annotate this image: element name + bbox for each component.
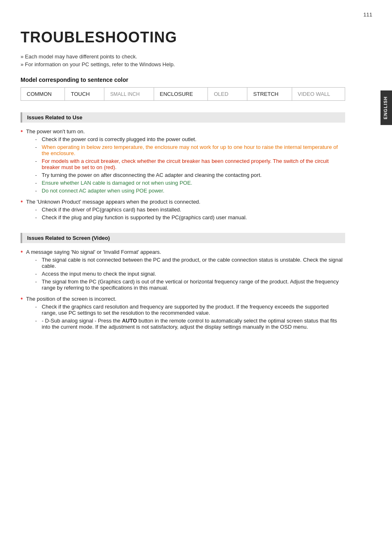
model-col-oled: OLED <box>208 88 247 101</box>
bullet-text: The 'Unknown Product' message appears wh… <box>26 199 345 223</box>
sub-list: Check if the graphics card resolution an… <box>35 304 345 330</box>
sub-item: Check if the power cord is correctly plu… <box>35 136 345 142</box>
section-use-header: Issues Related to Use <box>21 112 345 123</box>
sub-list: Check if the power cord is correctly plu… <box>35 136 345 194</box>
sub-list: The signal cable is not connected betwee… <box>35 257 345 291</box>
bullet-item: • A message saying 'No signal' or 'Inval… <box>21 249 345 293</box>
model-section-title: Model corresponding to sentence color <box>21 77 345 83</box>
page-number: 111 <box>363 12 372 18</box>
main-content: TROUBLESHOOTING Each model may have diff… <box>0 0 370 359</box>
model-col-stretch: STRETCH <box>247 88 292 101</box>
sub-list: Check if the driver of PC(graphics card)… <box>35 207 345 220</box>
intro-item: For information on your PC settings, ref… <box>21 61 345 67</box>
bullet-text: The position of the screen is incorrect.… <box>26 296 345 332</box>
sub-item: For models with a circuit breaker, check… <box>35 158 345 170</box>
section-screen-header: Issues Related to Screen (Video) <box>21 233 345 243</box>
bullet-text: A message saying 'No signal' or 'Invalid… <box>26 249 345 293</box>
sub-item: The signal from the PC (Graphics card) i… <box>35 278 345 291</box>
bullet-text: The power won't turn on. Check if the po… <box>26 128 345 196</box>
section-screen: Issues Related to Screen (Video) • A mes… <box>21 233 345 332</box>
model-col-small: SMALL INCH <box>104 88 154 101</box>
sub-item: Access the input menu to check the input… <box>35 271 345 277</box>
bullet-item: • The power won't turn on. Check if the … <box>21 128 345 196</box>
sub-item: Check if the driver of PC(graphics card)… <box>35 207 345 213</box>
intro-list: Each model may have different points to … <box>21 53 345 67</box>
bullet-dot: • <box>21 248 23 255</box>
model-table: COMMON TOUCH SMALL INCH ENCLOSURE OLED S… <box>21 87 345 101</box>
sub-item-auto: - D-Sub analog signal - Press the AUTO b… <box>35 318 345 330</box>
model-col-touch: TOUCH <box>65 88 104 101</box>
model-col-enclosure: ENCLOSURE <box>154 88 208 101</box>
sub-item: Check if the plug and play function is s… <box>35 214 345 220</box>
bullet-dot: • <box>21 295 23 302</box>
sub-item: Try turning the power on after disconnec… <box>35 172 345 178</box>
sub-item: The signal cable is not connected betwee… <box>35 257 345 269</box>
bullet-dot: • <box>21 198 23 205</box>
page-title: TROUBLESHOOTING <box>21 29 345 46</box>
side-language-tab: ENGLISH <box>380 91 392 125</box>
bullet-item: • The 'Unknown Product' message appears … <box>21 199 345 223</box>
model-col-videowall: VIDEO WALL <box>292 88 345 101</box>
sub-item: Do not connect AC adapter when using POE… <box>35 188 345 194</box>
sub-item: When operating in below zero temperature… <box>35 144 345 156</box>
intro-item: Each model may have different points to … <box>21 53 345 60</box>
bullet-dot: • <box>21 128 23 135</box>
model-col-common: COMMON <box>21 88 65 101</box>
bullet-item: • The position of the screen is incorrec… <box>21 296 345 332</box>
sub-item: Check if the graphics card resolution an… <box>35 304 345 316</box>
section-use: Issues Related to Use • The power won't … <box>21 112 345 223</box>
sub-item: Ensure whether LAN cable is damaged or n… <box>35 180 345 186</box>
